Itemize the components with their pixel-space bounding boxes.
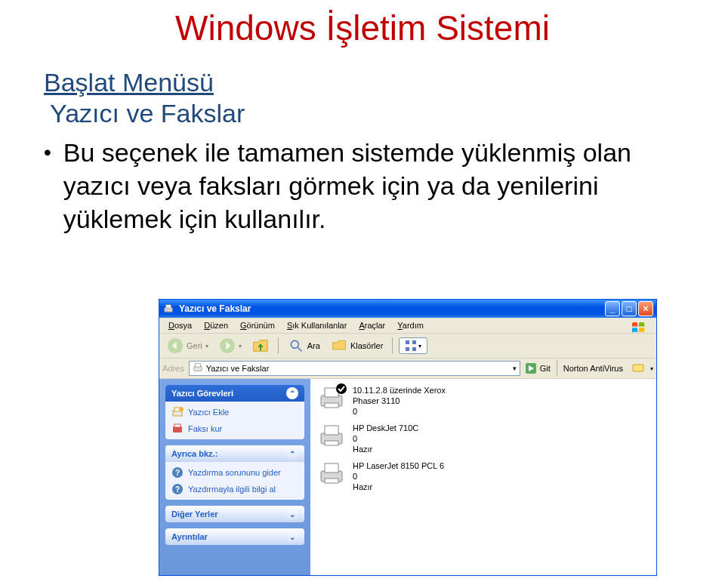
menu-help[interactable]: Yardım (391, 319, 430, 331)
printer-name: 10.11.2.8 üzerinde Xerox (353, 385, 446, 396)
folder-up-icon (252, 337, 269, 354)
printer-status: Hazır (353, 482, 444, 492)
window-title: Yazıcı ve Fakslar (179, 303, 605, 314)
menu-favorites[interactable]: Sık Kullanılanlar (281, 319, 353, 331)
svg-point-17 (179, 407, 184, 411)
svg-rect-26 (325, 403, 338, 408)
troubleshoot-link[interactable]: ? Yazdırma sorununu gider (171, 466, 298, 479)
other-places-panel: Diğer Yerler ⌄ (165, 506, 304, 522)
chevron-down-icon: ▾ (205, 343, 208, 349)
chevron-down-icon[interactable]: ▾ (650, 365, 653, 372)
toolbar: Geri ▾ ▾ Ara Klasörler (159, 334, 656, 359)
setup-fax-label: Faksı kur (188, 424, 222, 433)
forward-icon (219, 337, 236, 354)
address-value: Yazıcı ve Fakslar (206, 364, 270, 373)
printer-queue: 0 (353, 433, 418, 444)
bullet-dot: • (44, 136, 51, 169)
separator (278, 337, 279, 354)
see-also-panel: Ayrıca bkz.: ⌃ ? Yazdırma sorununu gider… (165, 445, 304, 500)
add-printer-link[interactable]: Yazıcı Ekle (171, 406, 298, 418)
menu-edit[interactable]: Düzen (198, 319, 234, 331)
bullet-text: Bu seçenek ile tamamen sistemde yüklenmi… (63, 136, 681, 236)
printer-folder-icon (162, 303, 174, 315)
other-places-title: Diğer Yerler (171, 509, 218, 519)
details-header[interactable]: Ayrıntılar ⌄ (165, 528, 304, 545)
bullet-item: • Bu seçenek ile tamamen sistemde yüklen… (44, 136, 681, 236)
collapse-icon: ⌃ (286, 387, 298, 399)
svg-rect-7 (406, 340, 409, 344)
add-printer-label: Yazıcı Ekle (188, 408, 229, 417)
forward-button[interactable]: ▾ (216, 336, 245, 356)
svg-point-27 (336, 383, 347, 394)
folders-button[interactable]: Klasörler (328, 336, 386, 356)
setup-fax-link[interactable]: Faksı kur (171, 423, 298, 435)
svg-rect-10 (412, 347, 416, 351)
svg-text:?: ? (175, 485, 180, 494)
printer-queue: 0 (353, 471, 444, 482)
svg-rect-9 (406, 347, 409, 351)
printers-window: Yazıcı ve Fakslar _ □ × Dosya Düzen Görü… (159, 299, 657, 576)
printer-name-line2: Phaser 3110 (353, 396, 446, 406)
address-bar: Adres Yazıcı ve Fakslar ▾ Git Norton Ant… (159, 359, 656, 379)
printer-list: 10.11.2.8 üzerinde Xerox Phaser 3110 0 H… (310, 379, 656, 575)
printer-item[interactable]: HP LaserJet 8150 PCL 6 0 Hazır (318, 459, 649, 494)
search-button[interactable]: Ara (285, 336, 323, 356)
menu-file[interactable]: Dosya (162, 319, 198, 331)
window-content: Yazıcı Görevleri ⌃ Yazıcı Ekle Fa (159, 379, 656, 575)
svg-rect-12 (195, 364, 200, 367)
view-icons-icon (405, 340, 417, 352)
expand-icon: ⌄ (286, 508, 298, 520)
printing-info-link[interactable]: ? Yazdırmayla ilgili bilgi al (171, 483, 298, 495)
norton-icon (632, 362, 644, 375)
go-icon (525, 362, 537, 374)
printer-item[interactable]: 10.11.2.8 üzerinde Xerox Phaser 3110 0 (318, 383, 649, 418)
window-titlebar[interactable]: Yazıcı ve Fakslar _ □ × (159, 300, 656, 318)
printer-tasks-header[interactable]: Yazıcı Görevleri ⌃ (165, 385, 304, 402)
printer-tasks-title: Yazıcı Görevleri (171, 389, 233, 398)
svg-rect-32 (325, 463, 338, 473)
svg-point-5 (291, 340, 298, 348)
back-button[interactable]: Geri ▾ (164, 336, 211, 356)
up-button[interactable] (249, 336, 272, 356)
see-also-title: Ayrıca bkz.: (171, 449, 218, 458)
back-icon (167, 337, 184, 354)
printer-icon (318, 423, 345, 450)
menu-bar: Dosya Düzen Görünüm Sık Kullanılanlar Ar… (159, 318, 656, 334)
svg-rect-29 (325, 426, 338, 435)
menu-tools[interactable]: Araçlar (353, 319, 391, 331)
svg-text:?: ? (175, 469, 180, 477)
chevron-down-icon[interactable]: ▾ (513, 365, 517, 372)
svg-rect-19 (174, 424, 180, 427)
printer-item[interactable]: HP DeskJet 710C 0 Hazır (318, 421, 649, 456)
search-icon (288, 337, 304, 354)
printer-name: HP LaserJet 8150 PCL 6 (353, 460, 444, 471)
troubleshoot-label: Yazdırma sorununu gider (188, 468, 281, 477)
collapse-icon: ⌃ (286, 448, 298, 460)
svg-rect-8 (412, 340, 416, 344)
page-title: Windows İşletim Sistemi (44, 8, 681, 48)
norton-antivirus-label[interactable]: Norton AntiVirus (563, 364, 623, 373)
view-mode-button[interactable]: ▾ (399, 337, 427, 354)
minimize-button[interactable]: _ (605, 301, 620, 316)
help-icon: ? (171, 466, 184, 479)
subtitle-printers-faxes: Yazıcı ve Fakslar (50, 99, 681, 128)
printer-folder-icon (193, 362, 203, 374)
go-button[interactable]: Git (525, 362, 551, 374)
menu-view[interactable]: Görünüm (234, 319, 281, 331)
chevron-down-icon: ▾ (239, 343, 242, 349)
separator (557, 360, 557, 377)
maximize-button[interactable]: □ (622, 301, 637, 316)
svg-line-6 (298, 348, 301, 352)
svg-rect-1 (166, 305, 171, 308)
separator (392, 337, 393, 354)
see-also-header[interactable]: Ayrıca bkz.: ⌃ (165, 445, 304, 462)
help-icon: ? (171, 483, 184, 495)
chevron-down-icon: ▾ (418, 343, 421, 349)
close-button[interactable]: × (638, 301, 653, 316)
printer-status: Hazır (353, 444, 418, 454)
other-places-header[interactable]: Diğer Yerler ⌄ (165, 506, 304, 522)
address-field[interactable]: Yazıcı ve Fakslar ▾ (189, 361, 520, 376)
address-label: Adres (162, 364, 184, 373)
details-title: Ayrıntılar (171, 532, 208, 541)
add-printer-icon (171, 406, 184, 418)
